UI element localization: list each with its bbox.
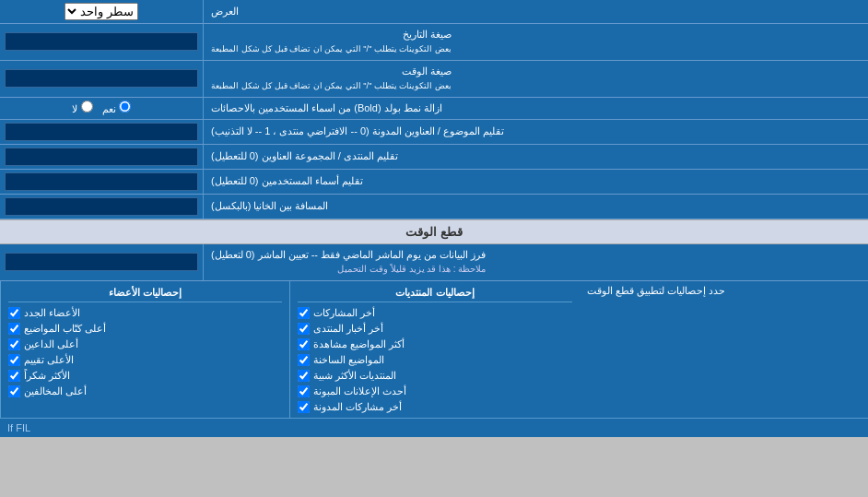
checkbox-item-6: أحدث الإعلانات المبونة [298,384,571,399]
time-format-input-cell: H:i [0,61,203,97]
date-format-input-cell: d-m [0,24,203,60]
row-spacing: المسافة بين الخانيا (بالبكسل) 2 [0,195,868,219]
display-input-cell: سطر واحد [0,0,203,23]
checkbox-item-7: أخر مشاركات المدونة [298,399,571,415]
checkbox-top-inviters: أعلى الداعين [8,337,282,352]
checkbox-item-2: أخر أخبار المنتدى [298,321,571,337]
cutoff-input[interactable]: 0 [5,253,198,271]
cutoff-label: فرز البيانات من يوم الماشر الماضي فقط --… [203,244,868,280]
forum-label: تقليم المنتدى / المجموعة العناوين (0 للت… [203,145,868,169]
checkbox-top-inviters-cb[interactable] [8,338,20,350]
checkbox-item-5: المنتديات الأكثر شبية [298,368,571,384]
cutoff-input-cell: 0 [0,244,203,280]
bold-radio-no[interactable] [81,101,93,112]
member-stats-col: إحصاليات الأعضاء الأعضاء الجدد أعلى كتّا… [0,281,289,418]
cutoff-section-header: قطع الوقت [0,219,868,244]
row-time-format: صيغة الوقتبعض التكوينات يتطلب "/" التي ي… [0,61,868,98]
checkbox-hot-topics[interactable] [298,354,310,366]
checkboxes-area: حدد إحصاليات لتطبيق قطع الوقت إحصاليات ا… [0,281,868,419]
checkbox-popular-forums[interactable] [298,370,310,382]
forum-input[interactable]: 33 [5,148,198,166]
checkbox-last-posts[interactable] [298,307,310,319]
row-bold: ازالة نمط بولد (Bold) من اسماء المستخدمي… [0,98,868,120]
forum-stats-header: إحصاليات المنتديات [298,284,571,302]
checkbox-top-writers-cb[interactable] [8,323,20,335]
checkbox-forum-news[interactable] [298,323,310,335]
checkbox-new-members: الأعضاء الجدد [8,305,282,321]
checkbox-top-violations-cb[interactable] [8,385,20,397]
date-format-input[interactable]: d-m [5,32,198,51]
checkbox-most-thanks: الأكثر شكراً [8,368,282,384]
checkbox-most-thanks-cb[interactable] [8,370,20,382]
forum-input-cell: 33 [0,145,203,169]
checkbox-blog-posts[interactable] [298,401,310,413]
bold-label: ازالة نمط بولد (Bold) من اسماء المستخدمي… [203,98,868,119]
users-label: تقليم أسماء المستخدمين (0 للتعطيل) [203,170,868,194]
footer: If FIL [0,419,868,437]
bold-radio-yes-label: نعم [102,101,131,115]
checkbox-top-rated-cb[interactable] [8,354,20,366]
bold-radio-no-label: لا [72,101,92,115]
topics-input[interactable]: 33 [5,123,198,141]
row-date-format: صيغة التاريخبعض التكوينات يتطلب "/" التي… [0,24,868,61]
checkbox-item-1: أخر المشاركات [298,305,571,321]
row-forum: تقليم المنتدى / المجموعة العناوين (0 للت… [0,145,868,170]
users-input-cell: 0 [0,170,203,194]
spacing-input[interactable]: 2 [5,197,198,216]
time-format-label: صيغة الوقتبعض التكوينات يتطلب "/" التي ي… [203,61,868,97]
checkbox-item-4: المواضيع الساخنة [298,352,571,368]
checkbox-new-members-cb[interactable] [8,307,20,319]
row-users: تقليم أسماء المستخدمين (0 للتعطيل) 0 [0,170,868,195]
display-select[interactable]: سطر واحد [65,3,138,20]
users-input[interactable]: 0 [5,172,198,191]
time-format-input[interactable]: H:i [5,69,198,88]
main-container: العرض سطر واحد صيغة التاريخبعض التكوينات… [0,0,868,437]
checkbox-top-violations: أعلى المخالفين [8,384,282,399]
date-format-label: صيغة التاريخبعض التكوينات يتطلب "/" التي… [203,24,868,60]
checkbox-item-3: أكثر المواضيع مشاهدة [298,337,571,352]
checkbox-latest-announcements[interactable] [298,385,310,397]
spacing-label: المسافة بين الخانيا (بالبكسل) [203,195,868,219]
checkbox-top-writers: أعلى كتّاب المواضيع [8,321,282,337]
forum-stats-col: إحصاليات المنتديات أخر المشاركات أخر أخب… [289,281,579,418]
spacing-input-cell: 2 [0,195,203,219]
row-display: العرض سطر واحد [0,0,868,24]
row-cutoff: فرز البيانات من يوم الماشر الماضي فقط --… [0,244,868,281]
limit-label: حدد إحصاليات لتطبيق قطع الوقت [580,281,868,418]
topics-input-cell: 33 [0,120,203,144]
bold-radio-yes[interactable] [119,101,131,112]
bold-radio-cell: نعم لا [0,98,203,119]
topics-label: تقليم الموضوع / العناوين المدونة (0 -- ا… [203,120,868,144]
checkbox-most-viewed[interactable] [298,338,310,350]
row-topics: تقليم الموضوع / العناوين المدونة (0 -- ا… [0,120,868,145]
display-label: العرض [203,0,868,23]
checkbox-top-rated: الأعلى تقييم [8,352,282,368]
member-stats-header: إحصاليات الأعضاء [8,284,282,302]
